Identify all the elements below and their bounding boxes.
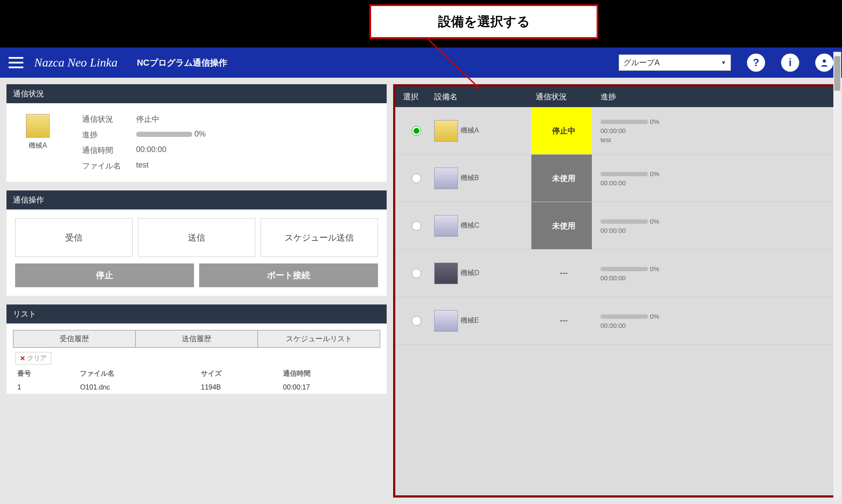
progress-time: 00:00:00: [601, 227, 833, 234]
cell-time: 00:00:17: [279, 381, 380, 394]
schedule-send-button[interactable]: スケジュール送信: [261, 218, 378, 257]
progress-bar: [601, 120, 648, 124]
status-panel: 通信状況 機械A 通信状況 停止中 進捗 0% 通信時間: [6, 84, 387, 182]
header-bar: Nazca Neo Linka NCプログラム通信操作 グループA ▼ ? i: [0, 48, 842, 78]
equipment-name: 機械B: [461, 174, 479, 183]
port-connect-button[interactable]: ポート接続: [199, 263, 378, 287]
send-button[interactable]: 送信: [138, 218, 255, 257]
scrollbar-thumb[interactable]: [834, 56, 840, 91]
progress-bar: [601, 267, 648, 271]
progress-time: 00:00:00: [601, 322, 833, 329]
equipment-name: 機械D: [461, 269, 480, 278]
left-column: 通信状況 機械A 通信状況 停止中 進捗 0% 通信時間: [6, 84, 387, 498]
equipment-row[interactable]: 機械D--- 0%00:00:00: [395, 250, 833, 297]
svg-point-1: [823, 60, 826, 63]
page-title: NCプログラム通信操作: [137, 57, 227, 69]
ops-panel: 通信操作 受信 送信 スケジュール送信 停止 ポート接続: [6, 190, 387, 296]
radio-select[interactable]: [412, 221, 421, 231]
equipment-status: ---: [531, 297, 592, 344]
progress-bar: [601, 314, 648, 319]
progress-time: 00:00:00: [601, 274, 833, 282]
radio-select[interactable]: [412, 269, 421, 278]
right-column: 選択 設備名 通信状況 進捗 機械A停止中 0%00:00:00test機械B未…: [393, 84, 836, 498]
equipment-name: 機械E: [461, 316, 479, 325]
equipment-header: 選択 設備名 通信状況 進捗: [395, 86, 833, 107]
progress-time: 00:00:00: [601, 127, 833, 134]
equipment-progress: 0%00:00:00test: [592, 107, 833, 154]
callout-text: 設備を選択する: [438, 13, 530, 31]
col-time: 通信時間: [279, 367, 380, 381]
stop-button[interactable]: 停止: [15, 263, 194, 287]
equipment-name: 機械C: [461, 221, 480, 230]
status-label: 通信状況: [82, 114, 130, 124]
progress-bar: [601, 172, 648, 176]
table-row[interactable]: 1O101.dnc1194B00:00:17: [13, 381, 380, 394]
equipment-row[interactable]: 機械A停止中 0%00:00:00test: [395, 107, 833, 155]
status-value: 停止中: [136, 114, 206, 124]
tab-recv-history[interactable]: 受信履歴: [13, 330, 136, 348]
equipment-progress: 0%00:00:00: [592, 202, 833, 249]
close-icon: ✕: [20, 355, 25, 362]
file-table: 番号 ファイル名 サイズ 通信時間 1O101.dnc1194B00:00:17: [13, 367, 380, 394]
progress-percent: 0%: [648, 218, 659, 225]
machine-icon: [434, 263, 458, 284]
app-title: Nazca Neo Linka: [34, 56, 118, 70]
help-button[interactable]: ?: [747, 54, 765, 72]
tab-schedule-list[interactable]: スケジュールリスト: [258, 330, 380, 348]
list-panel-title: リスト: [6, 304, 387, 323]
list-panel: リスト 受信履歴 送信履歴 スケジュールリスト ✕ クリア 番号 ファイル名 サ…: [6, 304, 387, 394]
radio-select[interactable]: [412, 174, 421, 183]
equipment-status: 未使用: [531, 202, 592, 249]
group-select[interactable]: グループA ▼: [619, 54, 731, 71]
col-file: ファイル名: [76, 367, 197, 381]
machine-icon: [434, 168, 458, 189]
progress-percent: 0%: [648, 313, 659, 320]
col-select: 選択: [395, 92, 430, 102]
info-button[interactable]: i: [781, 54, 799, 72]
machine-icon: [434, 310, 458, 332]
menu-icon[interactable]: [9, 57, 23, 68]
filename-value: test: [136, 161, 206, 171]
col-comm-status: 通信状況: [531, 92, 592, 102]
app-shell: Nazca Neo Linka NCプログラム通信操作 グループA ▼ ? i …: [0, 48, 842, 504]
equipment-panel: 選択 設備名 通信状況 進捗 機械A停止中 0%00:00:00test機械B未…: [393, 84, 836, 498]
machine-name: 機械A: [29, 141, 47, 150]
progress-note: test: [601, 136, 833, 143]
progress-percent: 0%: [648, 170, 659, 178]
tab-send-history[interactable]: 送信履歴: [136, 330, 258, 348]
user-button[interactable]: [815, 54, 833, 72]
machine-icon: [434, 120, 458, 142]
ops-panel-title: 通信操作: [6, 190, 387, 209]
equipment-row[interactable]: 機械B未使用 0%00:00:00: [395, 155, 833, 202]
time-label: 通信時間: [82, 145, 130, 155]
machine-thumb: 機械A: [19, 114, 56, 155]
equipment-status: 未使用: [531, 155, 592, 202]
col-progress: 進捗: [592, 92, 833, 102]
equipment-progress: 0%00:00:00: [592, 155, 833, 202]
time-value: 00:00:00: [136, 145, 206, 155]
machine-icon: [26, 114, 50, 138]
equipment-rows: 機械A停止中 0%00:00:00test機械B未使用 0%00:00:00機械…: [395, 107, 833, 345]
filename-label: ファイル名: [82, 161, 130, 171]
clear-button[interactable]: ✕ クリア: [15, 352, 51, 365]
chevron-down-icon: ▼: [721, 60, 726, 66]
radio-select[interactable]: [412, 126, 421, 136]
cell-size: 1194B: [197, 381, 279, 394]
equipment-row[interactable]: 機械E--- 0%00:00:00: [395, 297, 833, 345]
progress-time: 00:00:00: [601, 179, 833, 187]
progress-bar: [601, 219, 648, 224]
cell-no: 1: [13, 381, 76, 394]
callout-box: 設備を選択する: [369, 4, 598, 39]
receive-button[interactable]: 受信: [15, 218, 133, 257]
radio-select[interactable]: [412, 316, 421, 326]
progress-value: 0%: [136, 130, 206, 140]
col-equipment-name: 設備名: [430, 92, 531, 102]
status-table: 通信状況 停止中 進捗 0% 通信時間 00:00:00 ファイル名 test: [82, 114, 206, 171]
equipment-name: 機械A: [461, 126, 479, 135]
scrollbar[interactable]: [833, 52, 841, 500]
equipment-row[interactable]: 機械C未使用 0%00:00:00: [395, 202, 833, 250]
user-icon: [820, 58, 829, 67]
status-panel-title: 通信状況: [6, 84, 387, 103]
equipment-progress: 0%00:00:00: [592, 297, 833, 344]
group-select-value: グループA: [623, 57, 660, 68]
